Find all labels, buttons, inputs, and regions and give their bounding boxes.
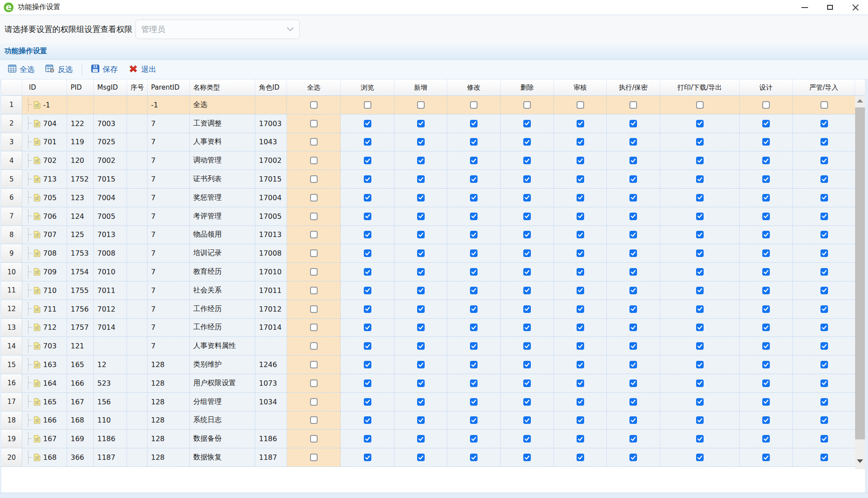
checkbox-print[interactable] (696, 175, 704, 183)
checkbox-add[interactable] (417, 268, 425, 276)
checkbox-browse[interactable] (364, 231, 371, 238)
table-row[interactable]: 11710175570117社会关系17011 (1, 281, 855, 300)
table-row[interactable]: 470212070027调动管理17002 (1, 151, 855, 170)
checkbox-add[interactable] (417, 213, 425, 220)
checkbox-exec[interactable] (629, 324, 637, 331)
column-header-parentid[interactable]: ParentID (147, 79, 190, 95)
checkbox-modify[interactable] (470, 231, 478, 238)
checkbox-browse[interactable] (364, 175, 371, 183)
checkbox-selectall[interactable] (310, 342, 318, 350)
exit-button[interactable]: 退出 (126, 63, 159, 77)
checkbox-exec[interactable] (629, 120, 637, 127)
checkbox-add[interactable] (417, 194, 425, 202)
table-row[interactable]: 13712175770147工作经历17014 (1, 319, 855, 337)
checkbox-browse[interactable] (364, 416, 371, 424)
checkbox-del[interactable] (523, 157, 531, 164)
checkbox-selectall[interactable] (310, 324, 318, 331)
checkbox-add[interactable] (417, 435, 425, 443)
checkbox-exec[interactable] (629, 213, 637, 220)
checkbox-selectall[interactable] (310, 398, 318, 406)
column-header-exec[interactable]: 执行/保密 (607, 79, 660, 95)
checkbox-exec[interactable] (629, 435, 637, 443)
checkbox-design[interactable] (762, 120, 770, 127)
checkbox-del[interactable] (523, 213, 531, 220)
checkbox-browse[interactable] (364, 213, 371, 220)
checkbox-print[interactable] (696, 398, 704, 406)
checkbox-add[interactable] (417, 175, 425, 183)
checkbox-audit[interactable] (577, 213, 584, 220)
checkbox-browse[interactable] (364, 101, 371, 109)
checkbox-print[interactable] (696, 342, 704, 350)
checkbox-del[interactable] (523, 138, 531, 146)
checkbox-print[interactable] (696, 416, 704, 424)
checkbox-strict[interactable] (820, 268, 828, 276)
checkbox-add[interactable] (417, 120, 425, 127)
checkbox-design[interactable] (762, 249, 770, 257)
checkbox-modify[interactable] (470, 435, 478, 443)
checkbox-selectall[interactable] (310, 175, 318, 183)
checkbox-print[interactable] (696, 268, 704, 276)
checkbox-exec[interactable] (629, 249, 637, 257)
checkbox-selectall[interactable] (310, 213, 318, 220)
checkbox-browse[interactable] (364, 361, 371, 368)
checkbox-del[interactable] (523, 287, 531, 294)
checkbox-design[interactable] (762, 101, 770, 109)
checkbox-browse[interactable] (364, 194, 371, 202)
checkbox-exec[interactable] (629, 175, 637, 183)
checkbox-del[interactable] (523, 324, 531, 331)
checkbox-strict[interactable] (820, 454, 828, 461)
checkbox-strict[interactable] (820, 361, 828, 368)
checkbox-add[interactable] (417, 398, 425, 406)
column-header-audit[interactable]: 审核 (554, 79, 607, 95)
checkbox-audit[interactable] (577, 120, 584, 127)
column-header-id[interactable]: ID (22, 79, 67, 95)
checkbox-modify[interactable] (470, 120, 478, 127)
checkbox-audit[interactable] (577, 379, 584, 387)
checkbox-del[interactable] (523, 435, 531, 443)
checkbox-design[interactable] (762, 435, 770, 443)
column-header-del[interactable]: 删除 (501, 79, 554, 95)
checkbox-strict[interactable] (820, 435, 828, 443)
select-all-button[interactable]: 全选 (5, 63, 37, 76)
table-row[interactable]: 670512370047奖惩管理17004 (1, 189, 855, 207)
table-row[interactable]: 370111970257人事资料1043 (1, 133, 855, 152)
checkbox-add[interactable] (417, 324, 425, 331)
checkbox-modify[interactable] (470, 305, 478, 313)
checkbox-selectall[interactable] (310, 120, 318, 127)
checkbox-strict[interactable] (820, 398, 828, 406)
checkbox-selectall[interactable] (310, 435, 318, 443)
column-header-num[interactable] (1, 79, 22, 95)
checkbox-del[interactable] (523, 379, 531, 387)
checkbox-print[interactable] (696, 361, 704, 368)
checkbox-modify[interactable] (470, 416, 478, 424)
checkbox-exec[interactable] (629, 379, 637, 387)
checkbox-strict[interactable] (820, 138, 828, 146)
checkbox-browse[interactable] (364, 342, 371, 350)
checkbox-print[interactable] (696, 138, 704, 146)
checkbox-strict[interactable] (820, 379, 828, 387)
checkbox-strict[interactable] (820, 194, 828, 202)
checkbox-audit[interactable] (577, 435, 584, 443)
column-header-selectall[interactable]: 全选 (287, 79, 341, 95)
checkbox-exec[interactable] (629, 305, 637, 313)
checkbox-exec[interactable] (629, 361, 637, 368)
checkbox-browse[interactable] (364, 379, 371, 387)
column-header-modify[interactable]: 修改 (447, 79, 501, 95)
checkbox-print[interactable] (696, 194, 704, 202)
table-row[interactable]: 147031217人事资料属性 (1, 337, 855, 356)
checkbox-exec[interactable] (629, 287, 637, 294)
checkbox-audit[interactable] (577, 194, 584, 202)
checkbox-audit[interactable] (577, 268, 584, 276)
checkbox-audit[interactable] (577, 231, 584, 238)
checkbox-browse[interactable] (364, 398, 371, 406)
checkbox-strict[interactable] (820, 157, 828, 164)
checkbox-del[interactable] (523, 120, 531, 127)
checkbox-design[interactable] (762, 398, 770, 406)
checkbox-del[interactable] (523, 175, 531, 183)
checkbox-audit[interactable] (577, 342, 584, 350)
checkbox-exec[interactable] (629, 138, 637, 146)
table-row[interactable]: 270412270037工资调整17003 (1, 115, 855, 133)
table-row[interactable]: 9708175370087培训记录17008 (1, 244, 855, 263)
permission-group-select[interactable]: 管理员 (135, 20, 300, 39)
table-row[interactable]: 17165167156128分组管理1034 (1, 393, 855, 411)
